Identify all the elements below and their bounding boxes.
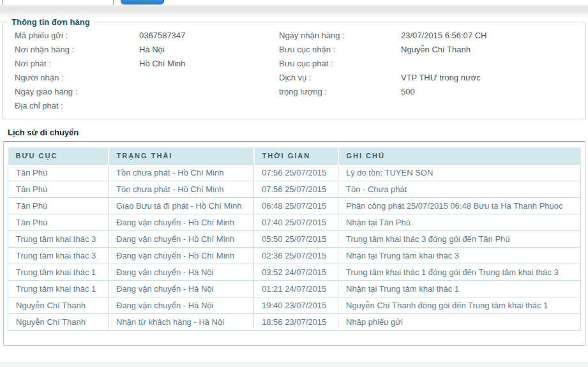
table-row: Trung tâm khai thác 3Đang vận chuyển - H… bbox=[8, 231, 581, 248]
history-header-row: BƯU CỤCTRẠNG THÁITHỜI GIANGHI CHÚ bbox=[8, 147, 581, 165]
order-info-grid: Mã phiếu gửi :0367587347Ngày nhận hàng :… bbox=[3, 29, 585, 113]
order-info-fieldset: Thông tin đơn hàng Mã phiếu gửi :0367587… bbox=[2, 17, 586, 119]
main-content: Thông tin đơn hàng Mã phiếu gửi :0367587… bbox=[0, 17, 588, 346]
info-field-label bbox=[267, 99, 401, 113]
tracking-page: { "search": { "value": "", "button_label… bbox=[0, 0, 588, 367]
table-row: Nguyễn Chí ThanhĐang vận chuyển - Hà Nội… bbox=[8, 297, 581, 314]
table-cell: 02:36 25/07/2015 bbox=[254, 248, 338, 264]
table-cell: 07:56 25/07/2015 bbox=[254, 165, 338, 181]
table-cell: Tân Phú bbox=[8, 181, 109, 198]
table-row: Nguyễn Chí ThanhNhận từ khách hàng - Hà … bbox=[8, 314, 581, 331]
order-info-legend: Thông tin đơn hàng bbox=[8, 17, 94, 27]
info-field-label: Ngày giao hàng : bbox=[3, 85, 139, 99]
table-cell: 03:52 24/07/2015 bbox=[254, 264, 338, 281]
table-cell: Tân Phú bbox=[8, 165, 109, 181]
info-field-value: Hà Nội bbox=[139, 43, 267, 57]
table-cell: Nhận tại Trung tâm khai thác 1 bbox=[338, 281, 581, 297]
table-cell: Nhận tại Trung tâm khai thác 3 bbox=[338, 248, 581, 264]
table-cell: 19:40 23/07/2015 bbox=[254, 297, 338, 314]
column-header: TRẠNG THÁI bbox=[109, 147, 254, 165]
info-field-value bbox=[139, 71, 267, 85]
table-cell: 06:48 25/07/2015 bbox=[254, 198, 338, 214]
info-field-label: Dịch vụ : bbox=[267, 71, 401, 85]
table-cell: 07:56 25/07/2015 bbox=[254, 181, 338, 198]
table-cell: Đang vận chuyển - Hà Nội bbox=[109, 264, 254, 281]
table-cell: Tồn chưa phát - Hồ Chí Minh bbox=[109, 165, 254, 181]
table-cell: 18:56 23/07/2015 bbox=[254, 314, 338, 331]
table-cell: Nguyễn Chí Thanh bbox=[8, 297, 109, 314]
table-cell: Đang vận chuyển - Hồ Chí Minh bbox=[109, 231, 254, 248]
info-field-label: Bưu cục nhận : bbox=[267, 43, 401, 57]
table-row: Tân PhúTồn chưa phát - Hồ Chí Minh07:56 … bbox=[8, 165, 581, 181]
table-cell: Trung tâm khai thác 3 bbox=[8, 231, 109, 248]
search-button[interactable] bbox=[121, 0, 164, 4]
table-cell: Tồn chưa phát - Hồ Chí Minh bbox=[109, 181, 254, 198]
info-field-label: Mã phiếu gửi : bbox=[3, 29, 139, 43]
table-row: Tân PhúTồn chưa phát - Hồ Chí Minh07:56 … bbox=[8, 181, 581, 198]
history-table: BƯU CỤCTRẠNG THÁITHỜI GIANGHI CHÚ Tân Ph… bbox=[8, 147, 581, 331]
info-field-value: Nguyễn Chí Thanh bbox=[401, 43, 585, 57]
info-field-label: Nơi phát : bbox=[3, 57, 139, 71]
info-field-value: 0367587347 bbox=[139, 29, 267, 43]
table-cell: Nguyễn Chí Thanh bbox=[8, 314, 109, 331]
column-header: BƯU CỤC bbox=[8, 147, 109, 165]
table-cell: Trung tâm khai thác 3 đóng gói đến Tân P… bbox=[338, 231, 581, 248]
info-field-label: trọng lượng : bbox=[267, 85, 401, 99]
table-cell: Đang vận chuyển - Hà Nội bbox=[109, 297, 254, 314]
table-row: Trung tâm khai thác 1Đang vận chuyển - H… bbox=[8, 281, 581, 297]
info-field-value bbox=[401, 57, 585, 71]
table-cell: Nhận tại Tân Phú bbox=[338, 214, 581, 231]
table-cell: Trung tâm khai thác 1 bbox=[8, 281, 109, 297]
table-cell: Giao Bưu tá đi phát - Hồ Chí Minh bbox=[109, 198, 254, 214]
info-field-label: Người nhận : bbox=[3, 71, 139, 85]
table-cell: Nguyễn Chí Thanh đóng gói đến Trung tâm … bbox=[338, 297, 581, 314]
footer-strip bbox=[0, 362, 588, 367]
table-cell: Trung tâm khai thác 1 đóng gói đến Trung… bbox=[338, 264, 581, 281]
info-field-value bbox=[139, 85, 267, 99]
info-field-label: Nơi nhận hàng : bbox=[3, 43, 139, 57]
table-cell: Đang vận chuyển - Hồ Chí Minh bbox=[109, 214, 254, 231]
info-field-label: Địa chỉ phát : bbox=[3, 99, 139, 113]
table-cell: Phân công phát 25/07/2015 06:48 Bưu tá H… bbox=[338, 198, 581, 214]
info-field-value: Hồ Chí Minh bbox=[139, 57, 267, 71]
table-cell: Tân Phú bbox=[8, 198, 109, 214]
table-row: Tân PhúGiao Bưu tá đi phát - Hồ Chí Minh… bbox=[8, 198, 581, 214]
table-cell: Lý do tồn: TUYEN SON bbox=[338, 165, 581, 181]
history-title: Lịch sử di chuyển bbox=[8, 128, 588, 137]
table-cell: Tồn - Chưa phát bbox=[338, 181, 581, 198]
table-cell: Tân Phú bbox=[8, 214, 109, 231]
table-cell: Đang vận chuyển - Hồ Chí Minh bbox=[109, 248, 254, 264]
header-gradient-band bbox=[0, 5, 588, 17]
info-field-value bbox=[401, 99, 585, 113]
table-cell: 05:50 25/07/2015 bbox=[254, 231, 338, 248]
table-cell: Trung tâm khai thác 3 bbox=[8, 248, 109, 264]
info-field-label: Bưu cục phát : bbox=[267, 57, 401, 71]
column-header: GHI CHÚ bbox=[338, 147, 581, 165]
info-field-value: VTP THƯ trong nước bbox=[401, 71, 585, 85]
table-cell: Trung tâm khai thác 1 bbox=[8, 264, 109, 281]
info-field-label: Ngày nhận hàng : bbox=[267, 29, 401, 43]
table-cell: Nhận từ khách hàng - Hà Nội bbox=[109, 314, 254, 331]
column-header: THỜI GIAN bbox=[254, 147, 338, 165]
table-row: Tân PhúĐang vận chuyển - Hồ Chí Minh07:4… bbox=[8, 214, 581, 231]
table-cell: Nhập phiếu gửi bbox=[338, 314, 581, 331]
info-field-value: 500 bbox=[401, 85, 585, 99]
table-cell: 01:21 24/07/2015 bbox=[254, 281, 338, 297]
info-field-value bbox=[139, 99, 267, 113]
table-cell: Đang vận chuyển - Hà Nội bbox=[109, 281, 254, 297]
table-cell: 07:40 25/07/2015 bbox=[254, 214, 338, 231]
table-row: Trung tâm khai thác 3Đang vận chuyển - H… bbox=[8, 248, 581, 264]
history-panel: BƯU CỤCTRẠNG THÁITHỜI GIANGHI CHÚ Tân Ph… bbox=[3, 141, 585, 346]
table-row: Trung tâm khai thác 1Đang vận chuyển - H… bbox=[8, 264, 581, 281]
history-body: Tân PhúTồn chưa phát - Hồ Chí Minh07:56 … bbox=[8, 165, 581, 331]
info-field-value: 23/07/2015 6:56:07 CH bbox=[401, 29, 585, 43]
